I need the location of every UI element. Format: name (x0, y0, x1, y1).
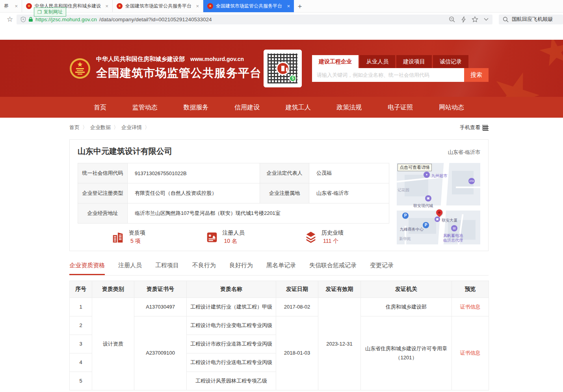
map-parking-icon: P (402, 213, 409, 219)
company-location-map[interactable]: ♦ 九州超市 ATM 记花园 ▣ 联安现代城 P P ▣ 联安大厦 九峰商务中心… (397, 163, 480, 244)
url-path-part: /data/company/detail?id=0021052912405330… (99, 17, 212, 22)
search-tab-enterprise[interactable]: 建设工程企业 (312, 55, 359, 68)
cell-issue-date: 2017-08-02 (276, 298, 318, 316)
lightning-icon[interactable] (461, 16, 466, 23)
tab-blacklist[interactable]: 黑名单记录 (266, 262, 296, 275)
breadcrumb-separator: 〉 (113, 124, 119, 131)
map-label: 九峰商务中心 (400, 227, 424, 232)
registry-badge-icon (205, 231, 219, 244)
emblem-favicon-icon: ★ (207, 3, 213, 9)
map-label: 九州超市 (431, 173, 447, 179)
map-parking-icon: P (423, 222, 429, 228)
search-tab-personnel[interactable]: 从业人员 (360, 55, 395, 68)
site-brand[interactable]: 中华人民共和国住房和城乡建设部 www.mohurd.gov.cn 全国建筑市场… (69, 55, 262, 81)
building-icon (111, 231, 125, 244)
credit-code-value: 91371302675501022B (128, 163, 260, 183)
close-icon[interactable]: × (287, 3, 290, 9)
qr-center-logo-icon (276, 62, 290, 75)
nav-site-news[interactable]: 网站动态 (439, 97, 464, 118)
browser-tab[interactable]: 界 × (0, 0, 22, 12)
close-icon[interactable]: × (15, 3, 18, 9)
national-emblem-icon (69, 58, 91, 79)
breadcrumb-separator: 〉 (82, 124, 87, 131)
tab-good-behavior[interactable]: 良好行为 (229, 262, 253, 275)
mobile-view-label: 手机查看 (460, 124, 480, 131)
nav-credit[interactable]: 信用建设 (234, 97, 260, 118)
tab-projects[interactable]: 工程项目 (155, 262, 179, 275)
certificate-info-link[interactable]: 证书信息 (460, 304, 481, 310)
secure-lock-icon (28, 17, 33, 22)
close-icon[interactable]: × (196, 3, 199, 9)
stat-registered-personnel[interactable]: 注册人员 10 名 (205, 229, 245, 245)
stat-qualifications[interactable]: 资质项 5 项 (111, 229, 145, 245)
keyword-search-input[interactable] (312, 68, 464, 82)
site-header: 中华人民共和国住房和城乡建设部 www.mohurd.gov.cn 全国建筑市场… (0, 40, 563, 97)
main-nav: 首页 监管动态 数据服务 信用建设 建筑工人 政策法规 电子证照 网站动态 (0, 97, 563, 118)
legal-rep-label: 企业法定代表人 (260, 163, 309, 183)
cell-sn: 2 (70, 316, 92, 335)
tab-bad-behavior[interactable]: 不良行为 (192, 262, 216, 275)
breadcrumb-company-data[interactable]: 企业数据 (90, 124, 111, 131)
cell-authority: 住房和城乡建设部 (361, 298, 452, 316)
tab-registered-personnel[interactable]: 注册人员 (118, 262, 142, 275)
platform-title: 全国建筑市场监管公共服务平台 (96, 65, 262, 81)
map-label: 联安现代城 (413, 203, 433, 209)
browser-tab[interactable]: ★ 全国建筑市场监管公共服务平台 × (113, 0, 203, 12)
nav-workers[interactable]: 建筑工人 (286, 97, 311, 118)
emblem-favicon-icon: ★ (26, 3, 32, 9)
zoom-out-icon[interactable] (449, 16, 455, 23)
map-poi-icon: ▣ (435, 216, 440, 222)
col-category: 资质类别 (92, 281, 134, 298)
map-atm-icon: ATM (468, 178, 475, 184)
domicile-value: 山东省-临沂市 (309, 183, 389, 203)
cell-sn: 3 (70, 335, 92, 353)
tab-dishonesty[interactable]: 失信联合惩戒记录 (309, 262, 357, 275)
table-header-row: 序号 资质类别 资质证书号 资质名称 发证日期 发证有效期 发证机关 预览 (70, 281, 489, 298)
new-tab-button[interactable]: ＋ (294, 0, 306, 12)
tab-qualifications[interactable]: 企业资质资格 (69, 262, 105, 275)
credit-code-label: 统一社会信用代码 (78, 163, 128, 183)
stat-history-performance[interactable]: 历史业绩 111 个 (304, 229, 344, 245)
tab-title: 界 (4, 3, 11, 9)
cell-authority: 山东省住房和城乡建设厅许可专用章（1201） (361, 316, 452, 390)
header-qr-code (264, 50, 302, 87)
bookmark-star-icon[interactable]: ☆ (3, 15, 17, 24)
company-name: 山东中元建筑设计有限公司 (78, 146, 172, 157)
stat-label: 注册人员 (223, 229, 245, 237)
nav-supervision[interactable]: 监管动态 (132, 97, 158, 118)
tab-change-records[interactable]: 变更记录 (370, 262, 394, 275)
stat-value: 111 个 (321, 238, 344, 245)
shield-plus-icon[interactable] (20, 17, 26, 22)
favorite-star-icon[interactable] (472, 16, 478, 23)
nav-home[interactable]: 首页 (94, 97, 106, 118)
close-icon[interactable]: × (105, 3, 108, 9)
col-cert-no: 资质证书号 (134, 281, 187, 298)
certificate-info-link[interactable]: 证书信息 (460, 350, 481, 356)
browser-hot-search[interactable]: 国航回应飞机颠簸 (499, 15, 563, 24)
chevron-down-icon[interactable] (484, 18, 489, 21)
search-button[interactable]: 搜索 (464, 68, 489, 82)
nav-data-service[interactable]: 数据服务 (183, 97, 208, 118)
wechat-icon (289, 75, 296, 82)
search-tab-credit[interactable]: 诚信记录 (433, 55, 468, 68)
nav-policy[interactable]: 政策法规 (337, 97, 362, 118)
search-tab-project[interactable]: 建设项目 (396, 55, 432, 68)
copy-url-label: 复制网址 (44, 9, 63, 15)
breadcrumb-home[interactable]: 首页 (69, 124, 80, 131)
stat-value: 5 项 (129, 238, 145, 245)
breadcrumb-company-detail[interactable]: 企业详情 (121, 124, 142, 131)
map-poi-icon: ▣ (425, 195, 431, 202)
mobile-view-button[interactable]: 手机查看 (460, 124, 489, 131)
address-field[interactable]: https://jzsc.mohurd.gov.cn/data/company/… (17, 15, 492, 24)
nav-e-cert[interactable]: 电子证照 (388, 97, 413, 118)
map-label: 新华苑 (399, 236, 411, 242)
copy-icon: ❐ (37, 9, 42, 15)
tab-title: 全国建筑市场监管公共服务平台 (216, 3, 284, 9)
cell-name: 工程设计电力行业变电工程专业丙级 (187, 316, 276, 335)
address-bar-icons (449, 16, 489, 23)
company-stats: 资质项 5 项 注册人员 10 名 历史业绩 111 个 (78, 229, 389, 245)
cell-sn: 4 (70, 353, 92, 372)
cell-name: 工程设计市政行业道路工程专业丙级 (187, 335, 276, 353)
emblem-favicon-icon: ★ (117, 3, 123, 9)
browser-tab-active[interactable]: ★ 全国建筑市场监管公共服务平台 × (203, 0, 294, 12)
